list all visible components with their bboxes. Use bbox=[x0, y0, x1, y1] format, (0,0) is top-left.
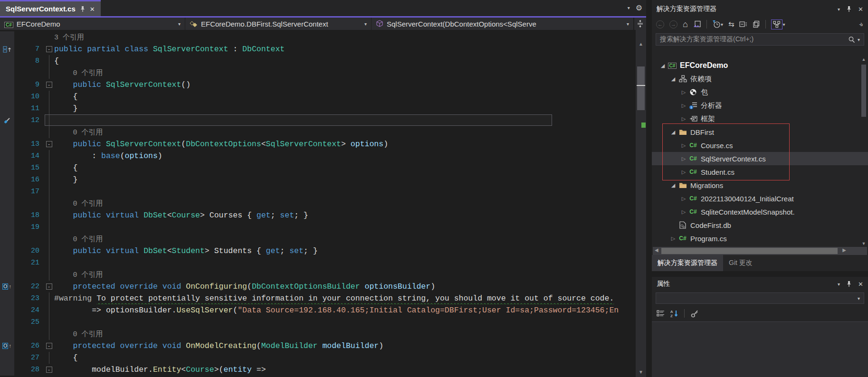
fold-margin[interactable]: - bbox=[44, 138, 54, 150]
code-text[interactable]: 0 个引用 bbox=[54, 198, 636, 209]
close-icon[interactable]: ✕ bbox=[858, 281, 863, 288]
code-text[interactable]: } bbox=[54, 103, 636, 114]
code-line[interactable]: 13-public SqlServerContext(DbContextOpti… bbox=[0, 138, 636, 150]
scroll-down-icon[interactable]: ▼ bbox=[636, 369, 646, 375]
code-line[interactable]: O↑22-protected override void OnConfiguri… bbox=[0, 281, 636, 292]
gear-icon[interactable]: ⚙ bbox=[636, 3, 642, 12]
code-line[interactable]: 15{ bbox=[0, 162, 636, 174]
code-text[interactable]: public virtual DbSet<Student> Students {… bbox=[54, 245, 636, 257]
code-line[interactable]: 10{ bbox=[0, 91, 636, 103]
code-lines[interactable]: 3 个引用7-public partial class SqlServerCon… bbox=[0, 30, 636, 377]
tree-item--[interactable]: ▷框架 bbox=[652, 112, 868, 125]
back-icon[interactable]: ← bbox=[656, 20, 664, 28]
close-icon[interactable]: ✕ bbox=[858, 6, 863, 13]
scroll-right-icon[interactable]: ▶ bbox=[842, 247, 846, 253]
code-line[interactable]: O↑26-protected override void OnModelCrea… bbox=[0, 340, 636, 352]
editor-vertical-scrollbar[interactable]: ▲ ▼ bbox=[636, 30, 646, 377]
code-text[interactable]: { bbox=[54, 162, 636, 174]
code-line[interactable]: 28-modelBuilder.Entity<Course>(entity => bbox=[0, 364, 636, 376]
codelens-row[interactable]: 3 个引用 bbox=[0, 31, 636, 43]
pending-changes-filter-icon[interactable]: ▾ bbox=[712, 20, 723, 28]
member-dropdown[interactable]: SqlServerContext(DbContextOptions<SqlSer… bbox=[372, 18, 634, 30]
code-line[interactable]: 9-public SqlServerContext() bbox=[0, 79, 636, 91]
panel-controls[interactable]: ▾✕ bbox=[838, 6, 863, 13]
code-line[interactable]: 12 bbox=[0, 114, 636, 126]
glyph-margin[interactable] bbox=[0, 198, 14, 209]
glyph-margin[interactable] bbox=[0, 245, 14, 257]
glyph-margin[interactable] bbox=[0, 352, 14, 364]
glyph-margin[interactable] bbox=[0, 269, 14, 281]
code-line[interactable]: 20public virtual DbSet<Student> Students… bbox=[0, 245, 636, 257]
pin-icon[interactable] bbox=[846, 6, 852, 12]
solution-explorer-toolbar[interactable]: ←→⌂▾⇆▾» bbox=[652, 16, 868, 32]
code-line[interactable]: 8{ bbox=[0, 55, 636, 67]
code-text[interactable]: { bbox=[54, 352, 636, 364]
code-text[interactable] bbox=[54, 221, 636, 233]
tree-item-20221130040124-initialcreat[interactable]: ▷C#20221130040124_InitialCreat bbox=[652, 192, 868, 205]
code-text[interactable]: : base(options) bbox=[54, 150, 636, 162]
glyph-margin[interactable] bbox=[0, 233, 14, 245]
code-line[interactable]: 11} bbox=[0, 103, 636, 114]
tree-vertical-scrollbar[interactable]: ▲ ▼ bbox=[860, 57, 867, 246]
forward-icon[interactable]: → bbox=[669, 20, 677, 28]
track-active-item-icon[interactable]: ▾ bbox=[771, 19, 785, 29]
code-text[interactable] bbox=[54, 186, 636, 198]
collapse-box-icon[interactable]: - bbox=[46, 343, 52, 349]
codelens-row[interactable]: 0 个引用 bbox=[0, 269, 636, 281]
split-editor-button[interactable] bbox=[634, 18, 646, 30]
tree-item--[interactable]: ▷分析器 bbox=[652, 99, 868, 112]
override-indicator-icon[interactable]: O↑ bbox=[0, 281, 14, 292]
code-text[interactable]: 0 个引用 bbox=[54, 67, 636, 79]
tree-item--[interactable]: ▷包 bbox=[652, 85, 868, 99]
tabstrip-controls[interactable]: ▾⚙ bbox=[628, 3, 642, 12]
codelens-row[interactable]: 0 个引用 bbox=[0, 198, 636, 209]
codelens-row[interactable]: 0 个引用 bbox=[0, 328, 636, 340]
quick-actions-screwdriver-icon[interactable] bbox=[0, 114, 14, 126]
collapsed-arrow-icon[interactable]: ▷ bbox=[679, 103, 688, 109]
home-icon[interactable]: ⌂ bbox=[683, 20, 688, 28]
collapsed-arrow-icon[interactable]: ▷ bbox=[679, 209, 688, 215]
code-text[interactable]: 0 个引用 bbox=[54, 233, 636, 245]
search-icon[interactable] bbox=[848, 36, 855, 43]
dock-splitter[interactable] bbox=[652, 271, 868, 277]
tab-git-changes[interactable]: Git 更改 bbox=[723, 255, 758, 271]
collapsed-arrow-icon[interactable]: ▷ bbox=[679, 89, 688, 95]
glyph-margin[interactable] bbox=[0, 138, 14, 150]
chevron-down-icon[interactable]: ▾ bbox=[838, 282, 840, 287]
code-text[interactable]: public SqlServerContext() bbox=[54, 79, 636, 91]
code-line[interactable]: 23#warning To protect potentially sensit… bbox=[0, 292, 636, 304]
tree-item-codefirst-db[interactable]: CodeFirst.db bbox=[652, 218, 868, 232]
fold-margin[interactable]: - bbox=[44, 364, 54, 376]
glyph-margin[interactable] bbox=[0, 174, 14, 186]
chevron-down-icon[interactable]: ▾ bbox=[838, 7, 840, 12]
collapse-box-icon[interactable]: - bbox=[46, 82, 52, 88]
scrollbar-thumb[interactable] bbox=[637, 66, 645, 110]
properties-object-selector[interactable]: ▾ bbox=[656, 292, 864, 304]
code-line[interactable]: 24=> optionsBuilder.UseSqlServer("Data S… bbox=[0, 304, 636, 316]
code-text[interactable] bbox=[54, 316, 636, 328]
code-text[interactable]: => optionsBuilder.UseSqlServer("Data Sou… bbox=[54, 304, 636, 316]
glyph-margin[interactable] bbox=[0, 186, 14, 198]
collapsed-arrow-icon[interactable]: ▷ bbox=[679, 196, 688, 202]
code-text[interactable] bbox=[54, 114, 636, 126]
tree-item--[interactable]: ◢依赖项 bbox=[652, 72, 868, 85]
expanded-arrow-icon[interactable]: ◢ bbox=[669, 129, 677, 135]
override-indicator-icon[interactable]: O↑ bbox=[0, 340, 14, 352]
code-text[interactable] bbox=[54, 257, 636, 269]
overflow-icon[interactable]: » bbox=[860, 20, 864, 28]
tree-item-dbfirst[interactable]: ◢DBFirst bbox=[652, 125, 868, 139]
code-text[interactable]: public SqlServerContext(DbContextOptions… bbox=[54, 138, 636, 150]
code-line[interactable]: 27{ bbox=[0, 352, 636, 364]
code-text[interactable]: { bbox=[54, 91, 636, 103]
chevron-down-icon[interactable]: ▾ bbox=[628, 5, 630, 10]
glyph-margin[interactable] bbox=[0, 328, 14, 340]
collapsed-arrow-icon[interactable]: ▷ bbox=[679, 169, 688, 175]
code-text[interactable]: 3 个引用 bbox=[54, 31, 636, 43]
code-line[interactable]: 16} bbox=[0, 174, 636, 186]
tree-item-migrations[interactable]: ◢Migrations bbox=[652, 179, 868, 192]
categorized-icon[interactable] bbox=[657, 310, 665, 317]
codelens-row[interactable]: 0 个引用 bbox=[0, 67, 636, 79]
scrollbar-thumb[interactable] bbox=[861, 65, 866, 117]
tree-item-sqlservercontext-cs[interactable]: ▷C#SqlServerContext.cs bbox=[652, 152, 868, 165]
glyph-margin[interactable] bbox=[0, 364, 14, 376]
